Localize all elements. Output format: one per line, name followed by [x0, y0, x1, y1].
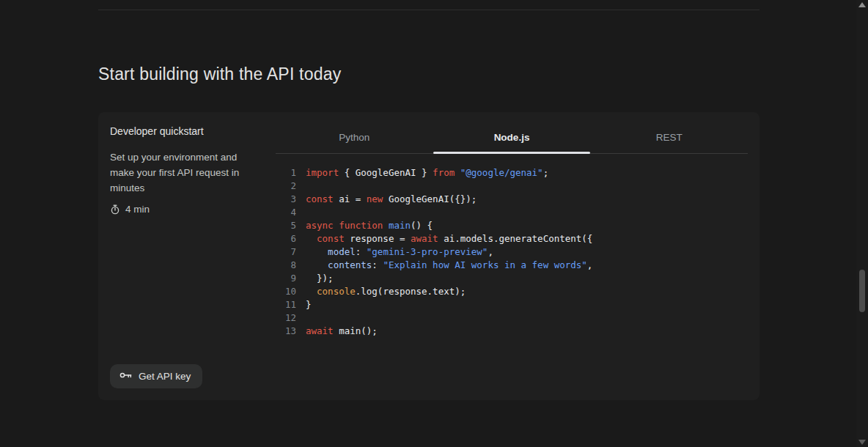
scroll-up-icon[interactable]	[858, 2, 866, 7]
left-panel-spacer	[110, 215, 264, 364]
line-number: 4	[282, 206, 296, 219]
code-line: 7 model: "gemini-3-pro-preview",	[276, 245, 748, 259]
tab-python[interactable]: Python	[276, 122, 433, 153]
code-line: 10 console.log(response.text);	[276, 285, 748, 298]
code-line-content: const response = await ai.models.generat…	[306, 232, 592, 245]
tab-label: REST	[656, 132, 683, 143]
code-line-content: async function main() {	[306, 219, 433, 232]
quickstart-description: Set up your environment and make your fi…	[110, 149, 264, 196]
get-api-key-label: Get API key	[139, 371, 191, 382]
line-number: 7	[282, 245, 296, 259]
line-number: 9	[282, 272, 296, 285]
code-line: 13await main();	[276, 325, 748, 338]
line-number: 6	[282, 232, 296, 245]
code-line: 11}	[276, 298, 748, 311]
scrollbar-thumb[interactable]	[859, 270, 865, 312]
scroll-down-icon[interactable]	[858, 440, 866, 445]
line-number: 12	[282, 311, 296, 325]
code-line: 2	[276, 180, 748, 193]
code-line-content: });	[306, 272, 334, 285]
tab-label: Node.js	[494, 132, 530, 143]
line-number: 8	[282, 259, 296, 272]
code-line-content: console.log(response.text);	[306, 285, 466, 298]
code-line: 5async function main() {	[276, 219, 748, 232]
code-block: 1import { GoogleGenAI } from "@google/ge…	[276, 154, 748, 338]
get-api-key-button[interactable]: Get API key	[110, 364, 202, 388]
section-divider	[98, 10, 760, 10]
code-panel: PythonNode.jsREST 1import { GoogleGenAI …	[276, 112, 760, 400]
code-line: 9 });	[276, 272, 748, 285]
duration-label: 4 min	[125, 204, 150, 215]
active-tab-underline	[433, 152, 591, 154]
duration-row: 4 min	[110, 204, 264, 215]
tab-label: Python	[339, 132, 369, 143]
code-line: 1import { GoogleGenAI } from "@google/ge…	[276, 166, 748, 180]
tab-rest[interactable]: REST	[590, 122, 748, 153]
code-line: 8 contents: "Explain how AI works in a f…	[276, 259, 748, 272]
timer-icon	[110, 204, 120, 215]
line-number: 3	[282, 193, 296, 206]
code-line-content: const ai = new GoogleGenAI({});	[306, 193, 477, 206]
quickstart-title: Developer quickstart	[110, 125, 264, 137]
code-line: 6 const response = await ai.models.gener…	[276, 232, 748, 245]
tab-nodejs[interactable]: Node.js	[433, 122, 591, 153]
key-icon	[119, 371, 132, 382]
line-number: 1	[282, 166, 296, 180]
section-heading: Start building with the API today	[98, 64, 341, 84]
line-number: 13	[282, 325, 296, 338]
code-line-content: await main();	[306, 325, 378, 338]
code-line: 3const ai = new GoogleGenAI({});	[276, 193, 748, 206]
code-line: 4	[276, 206, 748, 219]
quickstart-card: Developer quickstart Set up your environ…	[98, 112, 760, 400]
code-line-content: }	[306, 298, 312, 311]
quickstart-info-panel: Developer quickstart Set up your environ…	[98, 112, 276, 400]
code-line: 12	[276, 311, 748, 325]
scrollbar[interactable]	[856, 0, 868, 447]
line-number: 11	[282, 298, 296, 311]
line-number: 10	[282, 285, 296, 298]
code-line-content: import { GoogleGenAI } from "@google/gen…	[306, 166, 548, 180]
code-line-content: model: "gemini-3-pro-preview",	[306, 245, 493, 259]
line-number: 2	[282, 180, 296, 193]
code-line-content: contents: "Explain how AI works in a few…	[306, 259, 592, 272]
line-number: 5	[282, 219, 296, 232]
language-tabs: PythonNode.jsREST	[276, 122, 748, 154]
